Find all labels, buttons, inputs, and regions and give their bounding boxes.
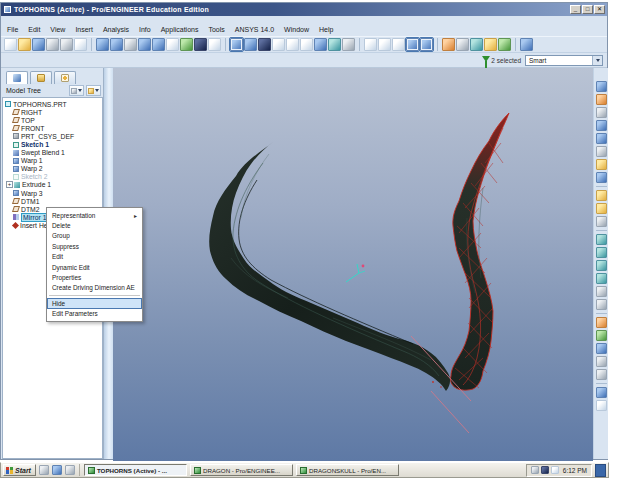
sketcher-display-icon-2[interactable] (456, 38, 469, 51)
round-tool-icon[interactable] (596, 203, 607, 214)
trim-tool-icon[interactable] (596, 330, 607, 341)
move-tool-icon[interactable] (596, 369, 607, 380)
tree-item-part[interactable]: TOPHORNS.PRT (3, 100, 102, 108)
annotations-toggle-icon[interactable] (420, 38, 433, 51)
selection-filter-dropdown[interactable]: Smart (525, 55, 603, 66)
quick-launch-icon-2[interactable] (52, 465, 62, 475)
find-icon[interactable] (194, 38, 207, 51)
favorites-tab[interactable] (54, 71, 76, 84)
render-icon[interactable] (258, 38, 271, 51)
tree-item-sketch1[interactable]: Sketch 1 (3, 140, 102, 148)
datum-points-toggle-icon[interactable] (392, 38, 405, 51)
chevron-down-icon[interactable] (592, 56, 602, 65)
paste-icon[interactable] (152, 38, 165, 51)
datum-plane-tool-icon[interactable] (596, 94, 607, 105)
datum-planes-toggle-icon[interactable] (364, 38, 377, 51)
folder-browser-tab[interactable] (30, 71, 52, 84)
sketcher-display-icon-1[interactable] (442, 38, 455, 51)
offset-tool-icon[interactable] (596, 286, 607, 297)
pattern-tool-icon[interactable] (596, 356, 607, 367)
tree-item-warp1[interactable]: Warp 1 (3, 157, 102, 165)
merge-tool-icon[interactable] (596, 343, 607, 354)
tree-item-extrude1[interactable]: +Extrude 1 (3, 181, 102, 189)
redraw-icon[interactable] (230, 38, 243, 51)
context-item-suppress[interactable]: Suppress (47, 241, 142, 251)
model-tree-tab[interactable] (6, 71, 28, 84)
new-icon[interactable] (4, 38, 17, 51)
rib-tool-icon[interactable] (596, 216, 607, 227)
desktop-peek[interactable] (595, 464, 606, 477)
shaded-display-icon[interactable] (244, 38, 257, 51)
context-item-representation[interactable]: Representation▸ (47, 210, 142, 220)
view-manager-icon[interactable] (342, 38, 355, 51)
context-item-group[interactable]: Group (47, 231, 142, 241)
extrude-tool-icon[interactable] (596, 234, 607, 245)
menu-window[interactable]: Window (284, 26, 309, 33)
measure-tool-icon[interactable] (596, 387, 607, 398)
task-button-dragonskull[interactable]: DRAGONSKULL - Pro/EN... (296, 464, 399, 476)
volume-icon[interactable] (531, 466, 539, 474)
sweep-tool-icon[interactable] (596, 260, 607, 271)
title-bar[interactable]: TOPHORNS (Active) - Pro/ENGINEER Educati… (1, 3, 607, 16)
hole-tool-icon[interactable] (596, 190, 607, 201)
quick-launch-icon-1[interactable] (39, 465, 49, 475)
context-item-properties[interactable]: Properties (47, 272, 142, 282)
curve-tool-icon[interactable] (596, 120, 607, 131)
component-tool-icon[interactable] (596, 400, 607, 411)
sketch-tool-icon[interactable] (596, 81, 607, 92)
undo-icon[interactable] (96, 38, 109, 51)
menu-info[interactable]: Info (139, 26, 151, 33)
sketcher-display-icon-3[interactable] (470, 38, 483, 51)
menu-help[interactable]: Help (319, 26, 333, 33)
menu-tools[interactable]: Tools (208, 26, 224, 33)
tree-item-warp2[interactable]: Warp 2 (3, 165, 102, 173)
start-button[interactable]: Start (3, 464, 36, 476)
context-item-delete[interactable]: Delete (47, 220, 142, 230)
menu-applications[interactable]: Applications (161, 26, 199, 33)
redo-icon[interactable] (110, 38, 123, 51)
tree-settings-button[interactable] (69, 85, 84, 96)
spin-center-toggle-icon[interactable] (498, 38, 511, 51)
thicken-tool-icon[interactable] (596, 299, 607, 310)
network-icon[interactable] (551, 466, 559, 474)
coordinate-system-tool-icon[interactable] (596, 159, 607, 170)
graphics-viewport[interactable] (113, 68, 593, 461)
menu-insert[interactable]: Insert (75, 26, 93, 33)
menu-analysis[interactable]: Analysis (103, 26, 129, 33)
close-button[interactable]: ✕ (594, 5, 605, 14)
context-item-edit-parameters[interactable]: Edit Parameters (47, 309, 142, 319)
saved-views-icon[interactable] (328, 38, 341, 51)
context-item-dynamic-edit[interactable]: Dynamic Edit (47, 262, 142, 272)
cut-icon[interactable] (124, 38, 137, 51)
reorient-icon[interactable] (314, 38, 327, 51)
revolve-tool-icon[interactable] (596, 247, 607, 258)
send-email-icon[interactable] (74, 38, 87, 51)
datum-csys-toggle-icon[interactable] (406, 38, 419, 51)
tree-show-button[interactable] (86, 85, 101, 96)
proe-tray-icon[interactable] (541, 466, 549, 474)
mirror-tool-icon[interactable] (596, 317, 607, 328)
zoom-in-icon[interactable] (272, 38, 285, 51)
quick-launch-icon-3[interactable] (65, 465, 75, 475)
open-icon[interactable] (18, 38, 31, 51)
datum-axis-tool-icon[interactable] (596, 107, 607, 118)
tree-item-front[interactable]: FRONT (3, 124, 102, 132)
analysis-tool-icon[interactable] (596, 146, 607, 157)
tree-item-dtm1[interactable]: DTM1 (3, 197, 102, 205)
context-item-hide[interactable]: Hide (47, 298, 142, 308)
style-tool-icon[interactable] (596, 172, 607, 183)
datum-point-tool-icon[interactable] (596, 133, 607, 144)
tree-item-sweptblend1[interactable]: Swept Blend 1 (3, 149, 102, 157)
context-item-create-driving-dimension[interactable]: Create Driving Dimension AE (47, 283, 142, 293)
blend-tool-icon[interactable] (596, 273, 607, 284)
tree-item-csys[interactable]: PRT_CSYS_DEF (3, 132, 102, 140)
select-box-icon[interactable] (208, 38, 221, 51)
datum-axes-toggle-icon[interactable] (378, 38, 391, 51)
tree-item-top[interactable]: TOP (3, 116, 102, 124)
print-icon[interactable] (46, 38, 59, 51)
maximize-button[interactable]: □ (582, 5, 593, 14)
context-item-edit[interactable]: Edit (47, 252, 142, 262)
regenerate-icon[interactable] (180, 38, 193, 51)
refit-icon[interactable] (300, 38, 313, 51)
menu-file[interactable]: File (7, 26, 18, 33)
